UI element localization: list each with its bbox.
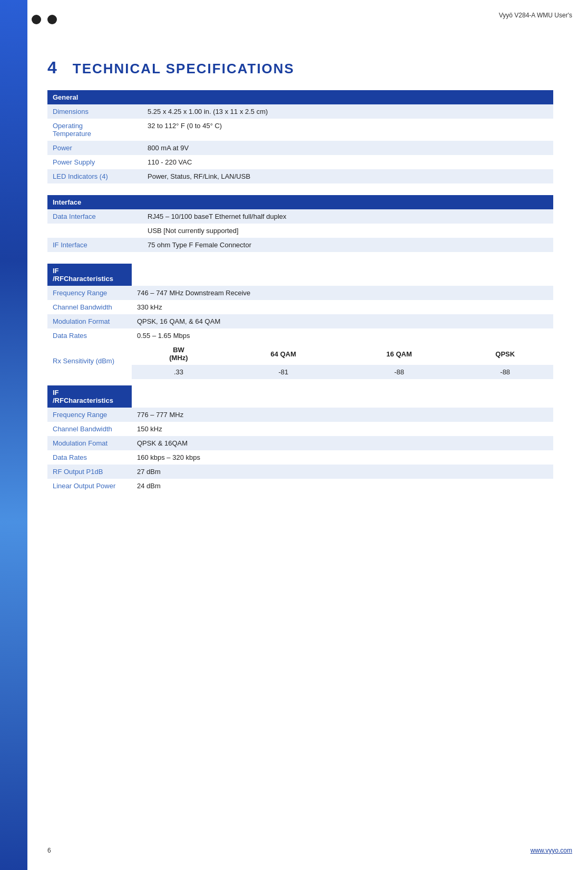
upstream-table: IF/RFCharacteristics Upstream Frequency … [47,385,553,493]
sidebar [0,0,27,870]
up-freq-range-label: Frequency Range [47,408,132,422]
rx-bw-value: .33 [132,365,226,379]
power-supply-value: 110 - 220 VAC [142,155,553,169]
table-row: Power Supply 110 - 220 VAC [47,155,553,169]
table-row: Data Rates 160 kbps – 320 kbps [47,450,553,465]
mod-format-label: Modulation Format [47,314,132,328]
up-data-rates-label: Data Rates [47,450,132,465]
up-mod-format-value: QPSK & 16QAM [132,436,553,450]
up-chan-bw-value: 150 kHz [132,422,553,436]
power-label: Power [47,141,142,155]
page-number: 6 [47,847,51,854]
downstream-direction-header: Downstream [132,264,553,286]
table-row: Power 800 mA at 9V [47,141,553,155]
table-row: USB [Not currently supported] [47,224,553,238]
freq-range-label: Frequency Range [47,286,132,300]
table-row: Modulation Format QPSK, 16 QAM, & 64 QAM [47,314,553,328]
table-row: Linear Output Power 24 dBm [47,479,553,493]
general-table: General Dimensions 5.25 x 4.25 x 1.00 in… [47,90,553,183]
table-row: Data Interface RJ45 – 10/100 baseT Ether… [47,209,553,224]
table-row: Data Rates 0.55 – 1.65 Mbps [47,328,553,343]
rx-16qam-header: 16 QAM [341,343,457,365]
upstream-if-header: IF/RFCharacteristics [47,385,132,408]
dot-1 [32,15,41,24]
up-data-rates-value: 160 kbps – 320 kbps [132,450,553,465]
website-link[interactable]: www.vyyo.com [531,847,572,854]
linear-output-value: 24 dBm [132,479,553,493]
table-row: LED Indicators (4) Power, Status, RF/Lin… [47,169,553,183]
chan-bw-value: 330 kHz [132,300,553,314]
dot-2 [47,15,57,24]
chapter-title: Technical Specifications [73,61,295,77]
linear-output-label: Linear Output Power [47,479,132,493]
rf-output-label: RF Output P1dB [47,465,132,479]
rx-qpsk-value: -88 [457,365,553,379]
rx-qpsk-header: QPSK [457,343,553,365]
rx-64qam-header: 64 QAM [226,343,341,365]
temp-label: OperatingTemperature [47,119,142,141]
rx-sensitivity-header-row: Rx Sensitivity (dBm) BW(MHz) 64 QAM 16 Q… [47,343,553,365]
mod-format-value: QPSK, 16 QAM, & 64 QAM [132,314,553,328]
chapter-heading: 4 Technical Specifications [47,58,553,78]
data-rates-value: 0.55 – 1.65 Mbps [132,328,553,343]
if-iface-value: 75 ohm Type F Female Connector [142,238,553,252]
rx-bw-header: BW(MHz) [132,343,226,365]
interface-section-header: Interface [47,195,553,209]
rx-64qam-value: -81 [226,365,341,379]
table-row: Frequency Range 746 – 747 MHz Downstream… [47,286,553,300]
table-row: Channel Bandwidth 150 kHz [47,422,553,436]
top-dots [32,15,57,24]
up-freq-range-value: 776 – 777 MHz [132,408,553,422]
led-label: LED Indicators (4) [47,169,142,183]
data-iface-label: Data Interface [47,209,142,224]
rx-16qam-value: -88 [341,365,457,379]
rx-sens-label: Rx Sensitivity (dBm) [47,343,132,379]
downstream-if-header: IF/RFCharacteristics [47,264,132,286]
upstream-direction-header: Upstream [132,385,553,408]
downstream-table: IF/RFCharacteristics Downstream Frequenc… [47,264,553,379]
main-content: 4 Technical Specifications General Dimen… [47,58,553,496]
power-supply-label: Power Supply [47,155,142,169]
table-row: Dimensions 5.25 x 4.25 x 1.00 in. (13 x … [47,104,553,119]
table-row: IF Interface 75 ohm Type F Female Connec… [47,238,553,252]
power-value: 800 mA at 9V [142,141,553,155]
data-rates-label: Data Rates [47,328,132,343]
dim-label: Dimensions [47,104,142,119]
table-row: OperatingTemperature 32 to 112° F (0 to … [47,119,553,141]
temp-value: 32 to 112° F (0 to 45° C) [142,119,553,141]
table-row: Channel Bandwidth 330 kHz [47,300,553,314]
data-iface-value-2: USB [Not currently supported] [142,224,553,238]
chapter-number: 4 [47,58,57,78]
table-row: RF Output P1dB 27 dBm [47,465,553,479]
rf-output-value: 27 dBm [132,465,553,479]
up-chan-bw-label: Channel Bandwidth [47,422,132,436]
interface-table: Interface Data Interface RJ45 – 10/100 b… [47,195,553,252]
data-iface-label-2 [47,224,142,238]
header-title: Vyyö V284-A WMU User's [499,12,572,19]
freq-range-value: 746 – 747 MHz Downstream Receive [132,286,553,300]
table-row: Modulation Fomat QPSK & 16QAM [47,436,553,450]
dim-value: 5.25 x 4.25 x 1.00 in. (13 x 11 x 2.5 cm… [142,104,553,119]
if-iface-label: IF Interface [47,238,142,252]
general-section-header: General [47,90,553,104]
up-mod-format-label: Modulation Fomat [47,436,132,450]
led-value: Power, Status, RF/Link, LAN/USB [142,169,553,183]
table-row: Frequency Range 776 – 777 MHz [47,408,553,422]
chan-bw-label: Channel Bandwidth [47,300,132,314]
data-iface-value: RJ45 – 10/100 baseT Ethernet full/half d… [142,209,553,224]
